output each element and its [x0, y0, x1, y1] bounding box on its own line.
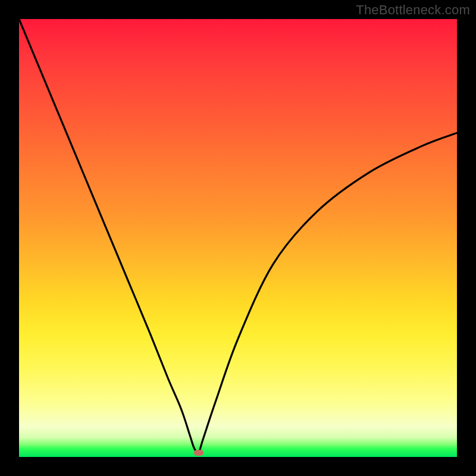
watermark-text: TheBottleneck.com — [356, 2, 470, 18]
plot-area — [19, 19, 457, 457]
chart-frame: TheBottleneck.com — [0, 0, 476, 476]
bottleneck-curve — [19, 19, 457, 457]
minimum-marker — [194, 450, 203, 456]
